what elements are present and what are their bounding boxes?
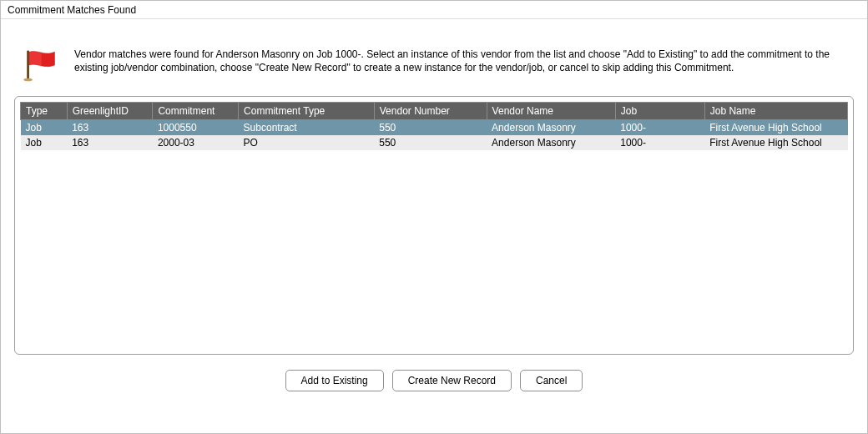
col-header-commitment[interactable]: Commitment (153, 103, 239, 120)
svg-rect-0 (27, 51, 29, 80)
col-header-greenlight-id[interactable]: GreenlightID (67, 103, 153, 120)
cell-job-name: First Avenue High School (704, 135, 847, 150)
create-new-record-button[interactable]: Create New Record (392, 370, 512, 391)
table-row[interactable]: Job 163 2000-03 PO 550 Anderson Masonry … (21, 135, 848, 150)
cancel-button[interactable]: Cancel (520, 370, 583, 391)
cell-greenlight-id: 163 (67, 135, 153, 150)
cell-vendor-number: 550 (374, 135, 487, 150)
info-row: Vendor matches were found for Anderson M… (14, 28, 854, 89)
cell-vendor-name: Anderson Masonry (487, 120, 615, 136)
svg-point-1 (23, 78, 33, 82)
cell-greenlight-id: 163 (67, 120, 153, 136)
cell-job-name: First Avenue High School (704, 120, 847, 136)
col-header-vendor-number[interactable]: Vendor Number (374, 103, 487, 120)
cell-commitment: 2000-03 (153, 135, 239, 150)
cell-type: Job (21, 135, 68, 150)
titlebar[interactable]: Commitment Matches Found (1, 1, 867, 19)
col-header-job[interactable]: Job (615, 103, 704, 120)
dialog-window: Commitment Matches Found Vendor matches … (0, 0, 868, 434)
col-header-vendor-name[interactable]: Vendor Name (487, 103, 615, 120)
window-title: Commitment Matches Found (8, 4, 136, 16)
cell-vendor-number: 550 (374, 120, 487, 136)
match-table[interactable]: Type GreenlightID Commitment Commitment … (20, 102, 848, 150)
cell-type: Job (21, 120, 68, 136)
table-header-row: Type GreenlightID Commitment Commitment … (21, 103, 848, 120)
cell-job: 1000- (615, 135, 704, 150)
cell-vendor-name: Anderson Masonry (487, 135, 615, 150)
cell-job: 1000- (615, 120, 704, 136)
col-header-commitment-type[interactable]: Commitment Type (239, 103, 375, 120)
flag-icon (23, 48, 58, 83)
content-area: Vendor matches were found for Anderson M… (1, 19, 867, 433)
add-to-existing-button[interactable]: Add to Existing (285, 370, 384, 391)
col-header-job-name[interactable]: Job Name (704, 103, 847, 120)
cell-commitment-type: PO (239, 135, 375, 150)
info-text: Vendor matches were found for Anderson M… (74, 44, 842, 74)
cell-commitment: 1000550 (153, 120, 239, 136)
table-row[interactable]: Job 163 1000550 Subcontract 550 Anderson… (21, 120, 848, 136)
cell-commitment-type: Subcontract (239, 120, 375, 136)
col-header-type[interactable]: Type (21, 103, 68, 120)
button-row: Add to Existing Create New Record Cancel (14, 355, 854, 400)
match-table-container: Type GreenlightID Commitment Commitment … (14, 96, 854, 355)
